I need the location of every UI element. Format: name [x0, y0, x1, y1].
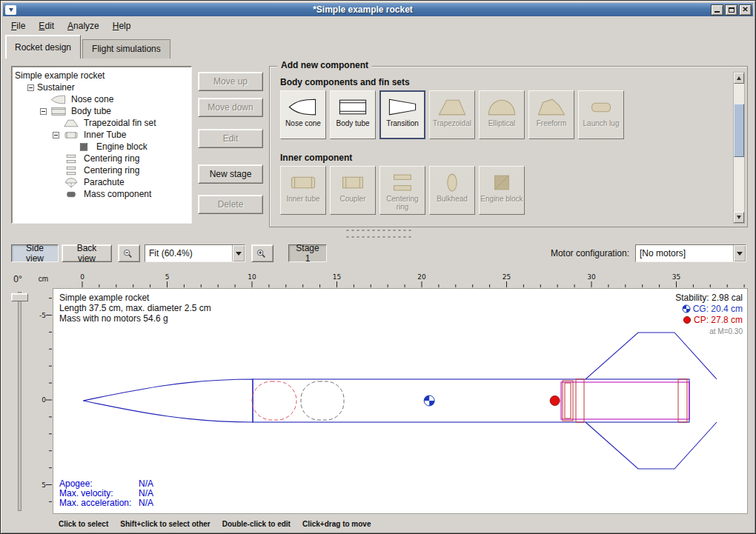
arrow-down-icon — [737, 216, 741, 219]
tree-item-inner-tube[interactable]: Inner Tube — [12, 129, 191, 141]
tree-item-parachute[interactable]: Parachute — [12, 176, 191, 188]
tree-expander-icon[interactable] — [27, 84, 34, 91]
tree-item-label: Inner Tube — [84, 130, 126, 140]
parachute-shape[interactable] — [252, 381, 296, 420]
rocket-info-block: Simple example rocket Length 37.5 cm, ma… — [59, 293, 211, 324]
back-view-button[interactable]: Back view — [62, 244, 112, 262]
add-bulkhead-button[interactable]: Bulkhead — [429, 166, 475, 215]
component-panel-scrollbar[interactable] — [733, 72, 745, 224]
zoom-select[interactable]: Fit (60.4%) — [145, 244, 245, 262]
stage-1-toggle[interactable]: Stage 1 — [288, 244, 327, 262]
tab-rocket-design[interactable]: Rocket design — [5, 35, 81, 59]
tree-item-engine-block[interactable]: Engine block — [12, 141, 191, 153]
comp-button-label: Nose cone — [285, 119, 321, 127]
side-view-button[interactable]: Side view — [11, 244, 59, 262]
add-coupler-button[interactable]: Coupler — [330, 166, 376, 215]
zoom-dropdown-button[interactable] — [232, 245, 245, 261]
add-body-tube-button[interactable]: Body tube — [330, 90, 376, 139]
mass-component-shape[interactable] — [301, 381, 344, 420]
rotation-slider-thumb[interactable] — [11, 293, 28, 301]
add-trapezoidal-button[interactable]: Trapezoidal — [429, 90, 475, 139]
tree-item-sustainer[interactable]: Sustainer — [12, 81, 191, 93]
v-ruler-label: -5 — [34, 312, 46, 319]
rotation-slider[interactable] — [18, 292, 21, 511]
zoom-in-button[interactable] — [251, 244, 273, 262]
body-tube-shape[interactable] — [253, 379, 689, 422]
cg-icon — [682, 304, 691, 313]
menu-edit[interactable]: Edit — [32, 18, 61, 34]
comp-button-label: Freeform — [537, 119, 567, 127]
tree-item-centering-ring[interactable]: Centering ring — [12, 153, 191, 164]
edit-button[interactable]: Edit — [198, 129, 263, 148]
tree-item-mass-component[interactable]: Mass component — [12, 188, 191, 200]
tree-item-centering-ring[interactable]: Centering ring — [12, 164, 191, 176]
comp-button-label: Centering ring — [381, 195, 424, 211]
tree-item-label: Trapezoidal fin set — [84, 118, 156, 128]
rocket-canvas[interactable]: Simple example rocket Length 37.5 cm, ma… — [53, 288, 748, 514]
maximize-button[interactable] — [725, 4, 737, 16]
close-button[interactable]: ✕ — [739, 4, 752, 16]
minimize-icon — [714, 7, 720, 13]
flight-info-row: Max. acceleration:N/A — [59, 498, 153, 508]
tree-expander-icon[interactable] — [40, 108, 47, 115]
centering-ring-fore-shape[interactable] — [576, 379, 584, 422]
status-hint: Click to select — [59, 520, 108, 528]
cp-icon — [683, 316, 692, 324]
scrollbar-thumb[interactable] — [734, 104, 744, 157]
arrow-up-icon — [737, 76, 741, 80]
tree-item-simple-example-rocket[interactable]: Simple example rocket — [12, 70, 191, 81]
splitter-handle[interactable] — [345, 229, 413, 232]
fin-upper-shape[interactable] — [586, 333, 717, 379]
engine-block-icon — [486, 170, 517, 195]
titlebar: *Simple example rocket ✕ — [3, 3, 753, 16]
add-launch-lug-button[interactable]: Launch lug — [578, 90, 624, 139]
statusbar: Click to selectShift+click to select oth… — [4, 517, 752, 530]
tree-expander-icon[interactable] — [53, 132, 59, 138]
parachute-icon — [62, 177, 80, 188]
centering-ring-aft-shape[interactable] — [678, 379, 687, 422]
edit-button-column: Move upMove downEditNew stageDelete — [198, 72, 263, 220]
tree-item-body-tube[interactable]: Body tube — [12, 105, 191, 117]
add-inner-tube-button[interactable]: Inner tube — [280, 166, 326, 215]
menu-file[interactable]: File — [4, 18, 32, 34]
add-transition-button[interactable]: Transition — [379, 90, 425, 139]
h-ruler-label: 15 — [329, 273, 345, 281]
inner-tube-shape[interactable] — [561, 382, 689, 419]
inner-tube-icon — [288, 170, 319, 195]
tree-item-trapezoidal-fin-set[interactable]: Trapezoidal fin set — [12, 117, 191, 129]
splitter-handle[interactable] — [345, 236, 413, 238]
menu-help[interactable]: Help — [106, 18, 138, 34]
flight-info-block: Apogee:N/AMax. velocity:N/AMax. accelera… — [59, 479, 153, 508]
tree-item-nose-cone[interactable]: Nose cone — [12, 93, 191, 105]
component-tree[interactable]: Simple example rocketSustainerNose coneB… — [11, 66, 192, 224]
add-engine-block-button[interactable]: Engine block — [479, 166, 525, 215]
engine-block-shape[interactable] — [563, 381, 573, 421]
tree-item-label: Engine block — [96, 141, 147, 152]
minimize-button[interactable] — [711, 4, 723, 16]
add-freeform-button[interactable]: Freeform — [528, 90, 574, 139]
new-stage-button[interactable]: New stage — [198, 164, 263, 184]
centering-ring-icon — [387, 170, 418, 195]
transition-icon — [387, 94, 418, 119]
fin-lower-shape[interactable] — [586, 422, 717, 469]
move-up-button[interactable]: Move up — [198, 72, 263, 91]
menu-analyze[interactable]: Analyze — [61, 18, 106, 34]
motor-dropdown-button[interactable] — [733, 245, 746, 261]
comp-button-label: Inner tube — [286, 195, 319, 203]
move-down-button[interactable]: Move down — [198, 98, 263, 117]
window-menu-icon[interactable] — [5, 5, 16, 15]
motor-configuration-select[interactable]: [No motors] — [635, 244, 746, 262]
nose-cone-icon — [50, 94, 67, 105]
tab-flight-simulations[interactable]: Flight simulations — [82, 39, 170, 59]
add-nose-cone-button[interactable]: Nose cone — [280, 90, 326, 139]
scroll-up-button[interactable] — [734, 73, 744, 84]
h-ruler-label: 10 — [244, 273, 260, 281]
zoom-out-button[interactable] — [118, 244, 140, 262]
close-icon: ✕ — [742, 6, 748, 13]
add-centering-ring-button[interactable]: Centering ring — [379, 166, 425, 215]
delete-button[interactable]: Delete — [198, 195, 263, 214]
scroll-down-button[interactable] — [734, 212, 744, 223]
nose-cone-shape[interactable] — [83, 379, 253, 422]
add-elliptical-button[interactable]: Elliptical — [479, 90, 525, 139]
motor-configuration-value: [No motors] — [636, 245, 733, 261]
